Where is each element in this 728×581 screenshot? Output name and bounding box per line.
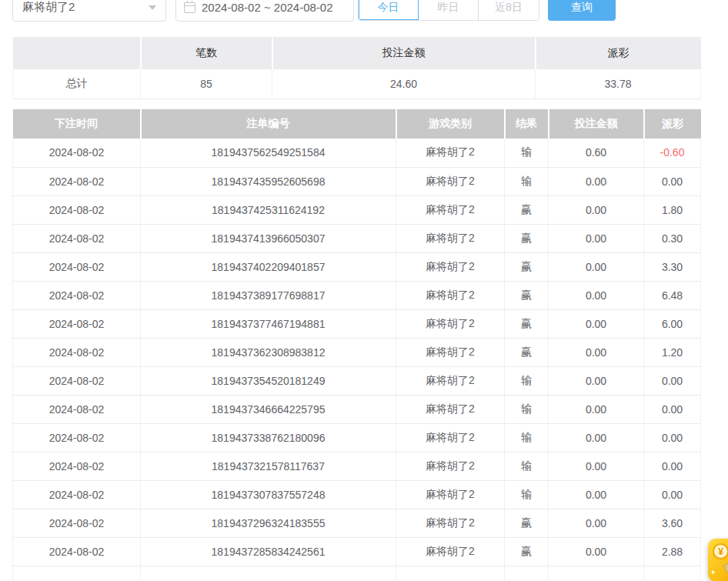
cell-bet-time: 2024-08-02: [13, 167, 141, 195]
header-game-type: 游戏类别: [396, 109, 505, 139]
preset-yesterday-button[interactable]: 昨日: [419, 0, 479, 20]
cell-bet-time: 2024-08-02: [13, 395, 141, 423]
cell-order-id: 1819437354520181249: [141, 366, 396, 395]
cell-empty: [13, 566, 141, 581]
cell-order-id: 1819437346664225795: [141, 395, 396, 423]
table-row: 2024-08-021819437402209401857麻将胡了2赢0.003…: [13, 252, 701, 281]
preset-last8days-button[interactable]: 近8日: [479, 0, 539, 20]
summary-header-row: 笔数 投注金额 派彩: [13, 37, 701, 69]
cell-bet-amount: 0.00: [549, 338, 644, 366]
table-row: 2024-08-021819437562549251584麻将胡了2输0.60-…: [13, 139, 701, 167]
cell-game-type: 麻将胡了2: [396, 480, 505, 509]
cell-bet-time: 2024-08-02: [13, 252, 141, 281]
preset-today-button[interactable]: 今日: [359, 0, 419, 20]
cell-bet-time: 2024-08-02: [13, 480, 141, 509]
cell-bet-amount: 0.00: [549, 281, 644, 309]
cell-order-id: 1819437435952605698: [141, 167, 396, 195]
cell-payout: 0.00: [644, 366, 701, 395]
cell-bet-amount: 0.00: [549, 309, 644, 338]
table-row: 2024-08-021819437425311624192麻将胡了2赢0.001…: [13, 195, 701, 224]
date-preset-group: 今日 昨日 近8日: [358, 0, 539, 21]
table-row: 2024-08-021819437296324183555麻将胡了2赢0.003…: [13, 509, 701, 537]
cell-payout: 0.00: [644, 452, 701, 480]
cell-bet-time: 2024-08-02: [13, 509, 141, 537]
bet-table-body: 2024-08-021819437562549251584麻将胡了2输0.60-…: [13, 139, 701, 581]
table-row-partial: [13, 566, 701, 581]
query-button[interactable]: 查询: [548, 0, 616, 21]
cell-result: 赢: [505, 537, 549, 566]
summary-total-row: 总计 85 24.60 33.78: [13, 69, 701, 99]
cell-bet-amount: 0.00: [549, 224, 644, 252]
cell-bet-time: 2024-08-02: [13, 139, 141, 167]
summary-total-count: 85: [141, 69, 272, 99]
summary-header-count: 笔数: [141, 37, 272, 69]
cell-result: 赢: [505, 309, 549, 338]
cell-result: 赢: [505, 252, 549, 281]
gold-coin-icon: ¥: [713, 543, 728, 559]
cell-order-id: 1819437321578117637: [141, 452, 396, 480]
cell-order-id: 1819437377467194881: [141, 309, 396, 338]
cell-bet-time: 2024-08-02: [13, 281, 141, 309]
table-row: 2024-08-021819437362308983812麻将胡了2赢0.001…: [13, 338, 701, 366]
header-payout: 派彩: [644, 109, 701, 139]
cell-bet-amount: 0.00: [549, 452, 644, 480]
summary-total-label: 总计: [13, 69, 141, 99]
cell-bet-amount: 0.00: [549, 195, 644, 224]
table-row: 2024-08-021819437435952605698麻将胡了2输0.000…: [13, 167, 701, 195]
cell-game-type: 麻将胡了2: [396, 395, 505, 423]
date-range-input[interactable]: 2024-08-02 ~ 2024-08-02: [175, 0, 354, 22]
table-row: 2024-08-021819437321578117637麻将胡了2输0.000…: [13, 452, 701, 480]
cell-empty: [396, 566, 505, 581]
cell-game-type: 麻将胡了2: [396, 195, 505, 224]
cell-bet-amount: 0.00: [549, 537, 644, 566]
cell-empty: [141, 566, 396, 581]
cell-game-type: 麻将胡了2: [396, 139, 505, 167]
cell-result: 赢: [505, 195, 549, 224]
cell-empty: [505, 566, 549, 581]
cell-payout: 3.60: [644, 509, 701, 537]
cell-bet-time: 2024-08-02: [13, 423, 141, 452]
cell-payout: 3.30: [644, 252, 701, 281]
cell-bet-amount: 0.60: [549, 139, 644, 167]
cell-payout: 0.00: [644, 167, 701, 195]
summary-header-bet-amount: 投注金额: [272, 37, 536, 69]
header-bet-time: 下注时间: [13, 109, 141, 139]
table-row: 2024-08-021819437354520181249麻将胡了2输0.000…: [13, 366, 701, 395]
cell-bet-time: 2024-08-02: [13, 224, 141, 252]
cell-game-type: 麻将胡了2: [396, 509, 505, 537]
cell-order-id: 1819437425311624192: [141, 195, 396, 224]
table-row: 2024-08-021819437285834242561麻将胡了2赢0.002…: [13, 537, 701, 566]
cell-result: 赢: [505, 509, 549, 537]
table-row: 2024-08-021819437338762180096麻将胡了2输0.000…: [13, 423, 701, 452]
cell-game-type: 麻将胡了2: [396, 537, 505, 566]
cell-payout: 6.48: [644, 281, 701, 309]
cell-game-type: 麻将胡了2: [396, 423, 505, 452]
cell-result: 赢: [505, 224, 549, 252]
table-row: 2024-08-021819437307837557248麻将胡了2输0.000…: [13, 480, 701, 509]
cell-result: 输: [505, 139, 549, 167]
cell-result: 输: [505, 395, 549, 423]
sparkle-icon: ✦: [710, 569, 716, 576]
cell-bet-amount: 0.00: [549, 480, 644, 509]
header-order-id: 注单编号: [141, 109, 396, 139]
promo-float-button[interactable]: ¥ ✦: [708, 539, 728, 581]
cell-payout: 1.80: [644, 195, 701, 224]
cell-result: 输: [505, 423, 549, 452]
header-bet-amount: 投注金额: [549, 109, 644, 139]
cell-game-type: 麻将胡了2: [396, 452, 505, 480]
cell-game-type: 麻将胡了2: [396, 309, 505, 338]
cell-payout: 1.20: [644, 338, 701, 366]
table-row: 2024-08-021819437413966050307麻将胡了2赢0.000…: [13, 224, 701, 252]
cell-payout: 0.00: [644, 395, 701, 423]
cell-result: 赢: [505, 338, 549, 366]
cell-bet-amount: 0.00: [549, 167, 644, 195]
cell-bet-amount: 0.00: [549, 395, 644, 423]
game-select[interactable]: 麻将胡了2: [12, 0, 166, 22]
cell-order-id: 1819437285834242561: [141, 537, 396, 566]
cell-game-type: 麻将胡了2: [396, 338, 505, 366]
cell-game-type: 麻将胡了2: [396, 252, 505, 281]
cell-order-id: 1819437296324183555: [141, 509, 396, 537]
table-row: 2024-08-021819437346664225795麻将胡了2输0.000…: [13, 395, 701, 423]
game-select-value: 麻将胡了2: [22, 0, 75, 15]
table-row: 2024-08-021819437389177698817麻将胡了2赢0.006…: [13, 281, 701, 309]
